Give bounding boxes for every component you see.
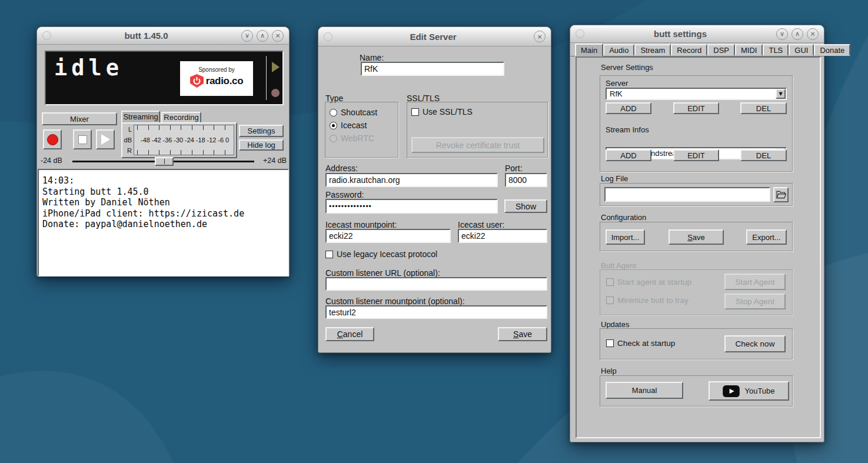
tab-record[interactable]: Record: [671, 44, 707, 56]
level-meter: L dB R -48 -42 -36 -30 -24 -18 -12 -6 0: [121, 122, 237, 158]
edit-server-dialog: Edit Server × Name: Type Shoutcast Iceca…: [318, 26, 551, 353]
lcd-status-led: [271, 89, 280, 97]
sponsored-by-text: Sponsored by: [180, 66, 253, 73]
name-input[interactable]: [361, 62, 504, 76]
settings-button[interactable]: Settings: [239, 125, 284, 137]
log-line: iPhone/iPad client: https://izicast.de: [42, 208, 284, 219]
radio-co-brand-text: radio.co: [206, 75, 244, 87]
stream-del-button[interactable]: DEL: [740, 149, 787, 161]
log-line: Donate: paypal@danielnoethen.de: [42, 219, 284, 230]
youtube-icon: [723, 385, 740, 397]
log-line: 14:03:: [42, 175, 284, 186]
play-button[interactable]: [96, 129, 115, 149]
check-at-startup-checkbox[interactable]: Check at startup: [606, 339, 675, 348]
radio-shoutcast[interactable]: Shoutcast: [330, 108, 377, 117]
meter-left-label: L: [122, 126, 132, 133]
mixer-button[interactable]: Mixer: [42, 112, 117, 125]
save-button[interactable]: Save: [498, 327, 547, 341]
tab-gui[interactable]: GUI: [789, 44, 814, 56]
record-icon: [47, 134, 58, 145]
tab-recording[interactable]: Recording: [161, 112, 201, 123]
chevron-down-icon[interactable]: ▼: [776, 89, 786, 99]
butt-settings-titlebar[interactable]: butt settings ∨ ∧ ×: [570, 25, 824, 43]
password-input[interactable]: [325, 199, 498, 214]
maximize-icon[interactable]: ∧: [791, 28, 803, 40]
maximize-icon[interactable]: ∧: [257, 30, 268, 42]
server-dropdown[interactable]: RfK ▼: [606, 88, 787, 100]
server-edit-button[interactable]: EDIT: [673, 102, 719, 114]
gain-slider[interactable]: -24 dB +24 dB: [41, 156, 287, 166]
checkbox-icon[interactable]: [325, 251, 333, 258]
play-icon: [101, 134, 110, 145]
icecast-user-input[interactable]: [458, 229, 547, 243]
tab-streaming-label: Streaming: [123, 112, 158, 121]
config-save-button[interactable]: Save: [669, 229, 724, 245]
legacy-protocol-checkbox[interactable]: Use legacy Icecast protocol: [325, 249, 437, 259]
custom-url-input[interactable]: [325, 277, 547, 291]
radio-selected-icon[interactable]: [330, 122, 337, 129]
custom-mountpoint-input[interactable]: [325, 305, 547, 319]
stop-agent-button: Stop Agent: [724, 294, 786, 309]
stop-button[interactable]: [73, 129, 92, 149]
check-now-button[interactable]: Check now: [724, 335, 786, 352]
ssl-groupbox: Use SSL/TLS Revoke certificate trust: [407, 102, 548, 158]
meter-db-label: dB: [122, 136, 132, 144]
youtube-button[interactable]: YouTube: [709, 381, 789, 401]
edit-server-titlebar[interactable]: Edit Server ×: [318, 27, 551, 46]
tab-audio[interactable]: Audio: [603, 44, 634, 56]
window-title: butt 1.45.0: [55, 31, 238, 41]
stream-add-button[interactable]: ADD: [606, 149, 651, 161]
radio-icecast[interactable]: Icecast: [330, 121, 367, 130]
show-password-button[interactable]: Show: [504, 199, 547, 213]
radio-disabled-icon: [330, 135, 337, 142]
folder-icon: [776, 191, 786, 199]
password-label: Password:: [325, 190, 364, 199]
window-icon: [42, 31, 51, 40]
tab-stream[interactable]: Stream: [634, 44, 671, 56]
shade-icon[interactable]: ∨: [241, 30, 253, 42]
port-input[interactable]: [505, 173, 547, 187]
tab-midi[interactable]: MIDI: [735, 44, 763, 56]
close-icon[interactable]: ×: [807, 28, 819, 40]
tab-donate[interactable]: Donate: [814, 44, 850, 56]
tab-main[interactable]: Main: [575, 44, 603, 56]
radio-webrtc: WebRTC: [330, 134, 374, 143]
shade-icon[interactable]: ∨: [776, 28, 788, 40]
tab-streaming[interactable]: Streaming: [121, 111, 160, 123]
stream-edit-button[interactable]: EDIT: [673, 149, 719, 161]
meter-ticks-top: [137, 125, 231, 130]
radio-icon[interactable]: [330, 109, 337, 116]
gain-max-label: +24 dB: [263, 156, 287, 165]
browse-log-file-button[interactable]: [773, 187, 789, 202]
lcd-display: idle Sponsored by radio.co: [45, 51, 284, 105]
tab-dsp[interactable]: DSP: [707, 44, 735, 56]
checkbox-disabled-icon: [606, 297, 614, 304]
type-groupbox: Shoutcast Icecast WebRTC: [325, 102, 398, 158]
log-file-input[interactable]: [604, 187, 770, 202]
server-add-button[interactable]: ADD: [606, 102, 651, 114]
manual-button[interactable]: Manual: [606, 382, 683, 399]
settings-tabbar: Main Audio Stream Record DSP MIDI TLS GU…: [570, 44, 824, 56]
minimize-to-tray-checkbox: Minimize butt to tray: [606, 296, 689, 305]
tab-tls[interactable]: TLS: [763, 44, 789, 56]
help-label: Help: [601, 367, 617, 375]
mountpoint-input[interactable]: [325, 229, 451, 243]
use-ssl-checkbox[interactable]: Use SSL/TLS: [411, 107, 473, 116]
export-button[interactable]: Export...: [746, 229, 787, 245]
hide-log-button[interactable]: Hide log: [239, 139, 284, 151]
butt-main-titlebar[interactable]: butt 1.45.0 ∨ ∧ ×: [37, 27, 289, 45]
gain-slider-handle[interactable]: [155, 157, 174, 166]
server-del-button[interactable]: DEL: [740, 102, 787, 114]
record-button[interactable]: [43, 129, 62, 149]
close-icon[interactable]: ×: [534, 31, 546, 42]
cancel-button[interactable]: Cancel: [325, 327, 374, 341]
checkbox-icon[interactable]: [606, 339, 614, 347]
close-icon[interactable]: ×: [272, 30, 284, 42]
checkbox-icon[interactable]: [411, 108, 419, 116]
import-button[interactable]: Import...: [606, 229, 645, 245]
checkbox-disabled-icon: [606, 278, 614, 286]
custom-mountpoint-label: Custom listener mountpoint (optional):: [325, 297, 465, 306]
radio-co-badge[interactable]: Sponsored by radio.co: [180, 61, 253, 96]
address-input[interactable]: [325, 173, 498, 187]
log-output[interactable]: 14:03: Starting butt 1.45.0 Written by D…: [38, 169, 289, 277]
